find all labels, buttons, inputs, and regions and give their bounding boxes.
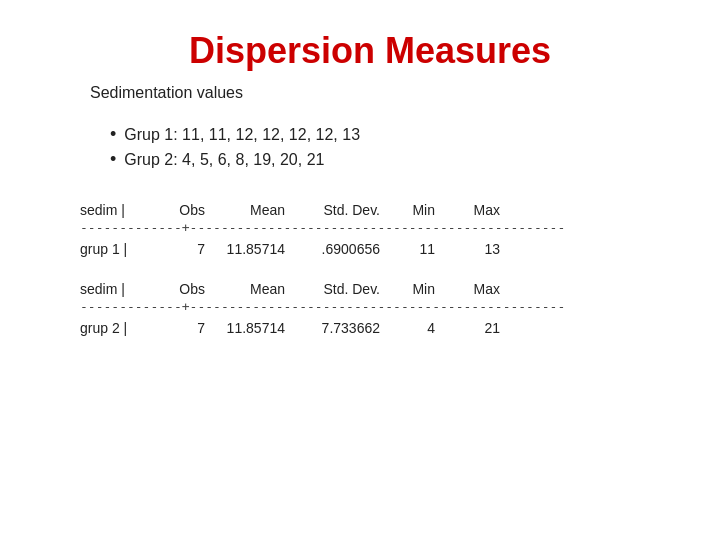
table2-divider: -------------+--------------------------…	[80, 299, 660, 314]
table2-header-min: Min	[390, 281, 445, 297]
main-title: Dispersion Measures	[80, 30, 660, 72]
table2-row-stddev: 7.733662	[295, 320, 390, 336]
table1-header-sedim: sedim |	[80, 202, 160, 218]
table2-row-min: 4	[390, 320, 445, 336]
table2-section: sedim | Obs Mean Std. Dev. Min Max -----…	[80, 281, 660, 336]
page: Dispersion Measures Sedimentation values…	[0, 0, 720, 540]
bullet-list: Grup 1: 11, 11, 12, 12, 12, 12, 13 Grup …	[110, 124, 660, 174]
bullet-item-2: Grup 2: 4, 5, 6, 8, 19, 20, 21	[110, 149, 660, 170]
table1-header-mean: Mean	[215, 202, 295, 218]
table1-row-mean: 11.85714	[215, 241, 295, 257]
table1-row-sedim: grup 1 |	[80, 241, 160, 257]
table1-row-min: 11	[390, 241, 445, 257]
table1-divider: -------------+--------------------------…	[80, 220, 660, 235]
table1-row-obs: 7	[160, 241, 215, 257]
table2-header-mean: Mean	[215, 281, 295, 297]
subtitle: Sedimentation values	[90, 84, 660, 102]
table1-header: sedim | Obs Mean Std. Dev. Min Max	[80, 202, 660, 220]
table1-header-max: Max	[445, 202, 500, 218]
table1-header-min: Min	[390, 202, 445, 218]
table1-row: grup 1 | 7 11.85714 .6900656 11 13	[80, 237, 660, 257]
table2-header-stddev: Std. Dev.	[295, 281, 390, 297]
table2-row-sedim: grup 2 |	[80, 320, 160, 336]
table2-header-obs: Obs	[160, 281, 215, 297]
table1-section: sedim | Obs Mean Std. Dev. Min Max -----…	[80, 202, 660, 257]
table2-row-obs: 7	[160, 320, 215, 336]
table2-header-sedim: sedim |	[80, 281, 160, 297]
table2-header: sedim | Obs Mean Std. Dev. Min Max	[80, 281, 660, 299]
table1-header-obs: Obs	[160, 202, 215, 218]
table2-header-max: Max	[445, 281, 500, 297]
table1-row-max: 13	[445, 241, 500, 257]
table1-header-stddev: Std. Dev.	[295, 202, 390, 218]
table2-row-mean: 11.85714	[215, 320, 295, 336]
table1-row-stddev: .6900656	[295, 241, 390, 257]
table2-row-max: 21	[445, 320, 500, 336]
table2-row: grup 2 | 7 11.85714 7.733662 4 21	[80, 316, 660, 336]
bullet-item-1: Grup 1: 11, 11, 12, 12, 12, 12, 13	[110, 124, 660, 145]
